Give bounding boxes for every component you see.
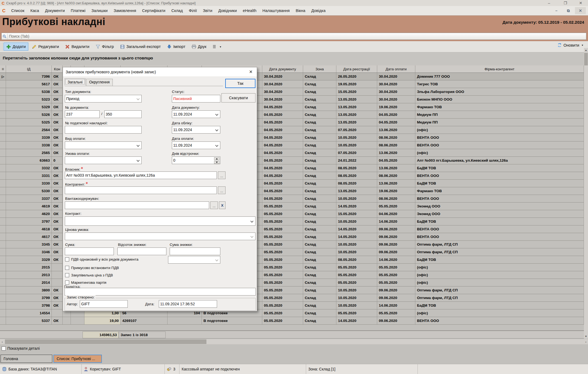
purchase-vat-checkbox-row[interactable]: Закупівельна ціна з ПДВ — [65, 273, 113, 277]
discount-sum-input[interactable] — [170, 248, 220, 255]
column-header-ind[interactable]: ≣ — [0, 65, 6, 73]
discount-percent-input[interactable] — [117, 248, 166, 255]
vat-same-checkbox-row[interactable]: ПДВ однаковий у всіх рядків документа — [65, 257, 138, 261]
column-header-firm[interactable]: Фірма-контрагент — [415, 65, 584, 73]
scroll-right-icon[interactable]: › — [584, 339, 588, 344]
toolbar-button-фільтр[interactable]: Фільтр — [93, 43, 116, 51]
stepper-down-icon[interactable] — [214, 161, 220, 164]
stepper-up-icon[interactable] — [214, 157, 220, 160]
toolbar-grip[interactable] — [1, 43, 2, 51]
contract-combo[interactable] — [65, 216, 255, 226]
note-input[interactable] — [65, 288, 256, 295]
scroll-down-icon[interactable]: ▼ — [584, 334, 588, 339]
refresh-button[interactable]: Оновити ▾ — [557, 43, 583, 47]
horizontal-scrollbar[interactable]: ‹ › — [0, 339, 588, 344]
mdi-close-button[interactable]: ✕ — [575, 7, 586, 14]
dialog-titlebar[interactable]: Заголовок прибуткового документа (новий … — [63, 67, 257, 76]
menu-item-вікна[interactable]: Вікна — [293, 7, 308, 14]
marketing-checkbox[interactable] — [65, 280, 69, 285]
menu-item-налаштування[interactable]: Налаштування — [260, 7, 293, 14]
show-details-checkbox[interactable] — [2, 346, 6, 351]
tab-home[interactable]: Головна — [1, 355, 52, 363]
doc-date-combo[interactable]: 11.09.2024 — [172, 110, 220, 118]
cancel-button[interactable]: Скасувати — [221, 93, 255, 102]
author-input[interactable] — [80, 300, 128, 308]
column-header-id[interactable]: ІД — [6, 65, 52, 73]
payment-term-combo[interactable] — [65, 156, 142, 164]
menu-item-звіти[interactable]: Звіти — [200, 7, 215, 14]
column-header-reg_date[interactable]: Дата реєстрації — [336, 65, 377, 73]
menu-item-ehealth[interactable]: eHealth — [240, 7, 260, 14]
toolbar-button-редагувати[interactable]: Редагувати — [29, 43, 62, 51]
toolbar-button-загальний-експорт[interactable]: Загальний експорт — [117, 43, 163, 51]
menu-item-склад[interactable]: Склад — [168, 7, 186, 14]
scroll-up-icon[interactable]: ▲ — [584, 48, 588, 52]
menu-item-сертифікати[interactable]: Сертифікати — [139, 7, 168, 14]
column-header-kon[interactable]: Кон — [52, 65, 63, 73]
owner-input[interactable] — [65, 171, 217, 179]
dropdown-caret-icon[interactable]: ▾ — [220, 45, 221, 48]
restore-button[interactable]: ❐ — [559, 0, 572, 6]
dialog-tab-general[interactable]: Загальні — [65, 78, 86, 85]
menu-item-замовлення[interactable]: Замовлення — [111, 7, 139, 14]
stepper-buttons[interactable] — [214, 157, 220, 164]
column-header-doc_date[interactable]: Дата документу — [262, 65, 303, 73]
toolbar-button-друк[interactable]: Друк — [189, 43, 209, 51]
contractor-input[interactable] — [65, 186, 217, 194]
tax-invoice-input[interactable] — [65, 126, 142, 134]
mdi-restore-button[interactable]: ⧉ — [563, 7, 574, 14]
table-row[interactable]: 5337ОК19,004269107В подготовке05.05.2020… — [0, 317, 584, 325]
vat-same-checkbox[interactable] — [65, 257, 69, 261]
dialog-tab-rounding[interactable]: Округлення — [86, 79, 112, 86]
vat-force-checkbox-row[interactable]: Примусово встановити ПДВ — [65, 266, 119, 270]
menu-item-документи[interactable]: Документи — [42, 7, 68, 14]
show-details-toggle[interactable]: Показувати деталі — [2, 346, 40, 351]
minimize-button[interactable]: – — [543, 0, 555, 6]
doc-type-combo[interactable]: Приход — [65, 95, 142, 102]
close-button[interactable]: ✕ — [574, 0, 587, 6]
payment-date-combo[interactable]: 11.09.2024 — [172, 141, 220, 149]
refresh-dropdown-icon[interactable]: ▾ — [582, 44, 583, 47]
menu-item-залишки[interactable]: Залишки — [89, 7, 111, 14]
menu-item-платежі[interactable]: Платежі — [68, 7, 89, 14]
tab-list-incoming[interactable]: Список: Прибуткові ... — [53, 355, 102, 363]
created-date-input[interactable] — [159, 300, 217, 308]
menu-item-список[interactable]: Список — [8, 7, 27, 14]
consignee-lookup-button[interactable]: ... — [210, 201, 218, 209]
sum-input[interactable] — [65, 248, 114, 255]
search-box[interactable] — [1, 33, 586, 40]
vertical-scrollbar-thumb[interactable] — [584, 53, 588, 65]
doc-number-input-2[interactable] — [104, 110, 142, 118]
menu-item-філії[interactable]: Філії — [186, 7, 200, 14]
contractor-lookup-button[interactable]: ... — [218, 186, 226, 194]
delay-days-stepper[interactable]: 0 — [172, 156, 220, 164]
account-date-combo[interactable]: 11.09.2024 — [172, 126, 220, 134]
consignee-input[interactable] — [65, 201, 209, 209]
vat-force-checkbox[interactable] — [65, 266, 69, 270]
vertical-scrollbar[interactable]: ▲ ▼ — [584, 48, 588, 339]
purchase-vat-checkbox[interactable] — [65, 273, 69, 277]
owner-lookup-button[interactable]: ... — [218, 171, 226, 179]
ok-button[interactable]: Так — [225, 79, 255, 88]
menu-item-довідка[interactable]: Довідка — [308, 7, 328, 14]
menu-item-довідники[interactable]: Довідники — [215, 7, 240, 14]
column-header-pay_date[interactable]: Дата оплати — [377, 65, 415, 73]
dialog-close-icon[interactable]: ✕ — [247, 68, 255, 75]
toolbar-button-додати[interactable]: Додати — [4, 43, 28, 51]
vat-same-combo[interactable] — [168, 256, 220, 264]
toolbar-button-view[interactable]: ▾ — [210, 43, 224, 51]
price-condition-combo[interactable] — [65, 233, 255, 240]
search-input[interactable] — [8, 34, 586, 38]
consignee-clear-button[interactable]: X — [219, 201, 226, 209]
group-by-area[interactable]: Перетягніть заголовок колонки сюди для у… — [0, 52, 588, 65]
mdi-minimize-button[interactable]: – — [551, 7, 562, 14]
toolbar-button-видалити[interactable]: Видалити — [63, 43, 92, 51]
marketing-checkbox-row[interactable]: Маркетингова партія — [65, 280, 106, 285]
toolbar-button-імпорт[interactable]: Імпорт — [164, 43, 188, 51]
column-header-zone[interactable]: Зона — [303, 65, 336, 73]
horizontal-scrollbar-thumb[interactable] — [5, 339, 206, 344]
doc-number-input-1[interactable] — [65, 110, 100, 118]
payment-kind-combo[interactable] — [65, 141, 142, 149]
menu-item-каса[interactable]: Каса — [28, 7, 42, 14]
scroll-left-icon[interactable]: ‹ — [0, 339, 4, 344]
